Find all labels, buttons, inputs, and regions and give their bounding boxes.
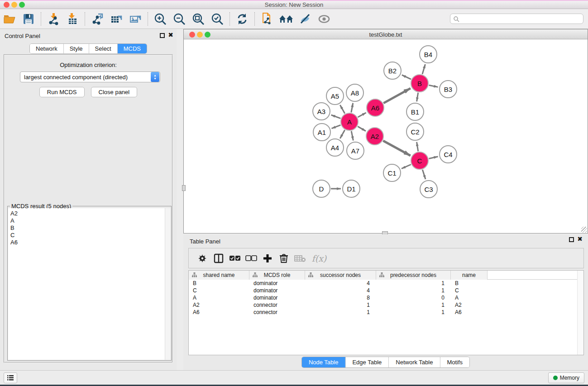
column-header-predecessor-nodes[interactable]: predecessor nodes [376, 271, 451, 280]
result-list-item[interactable]: A [10, 217, 165, 224]
tab-network-table[interactable]: Network Table [388, 357, 440, 367]
table-scrollbar[interactable] [577, 271, 583, 355]
zoom-fit-icon[interactable] [189, 11, 207, 27]
network-node-B2[interactable]: B2 [383, 62, 402, 80]
network-node-D1[interactable]: D1 [342, 180, 360, 198]
edge-A-A7[interactable] [351, 131, 353, 141]
network-node-D[interactable]: D [312, 180, 330, 198]
tab-style[interactable]: Style [63, 44, 89, 53]
mcds-result-list[interactable]: A2ABCA6 [8, 208, 165, 360]
network-node-B[interactable]: B [411, 74, 429, 92]
column-header-name[interactable]: name [451, 271, 488, 280]
edge-A-A6[interactable] [358, 113, 366, 117]
column-header-successor-nodes[interactable]: successor nodes [305, 271, 376, 280]
zoom-selected-icon[interactable] [208, 11, 226, 27]
close-panel-icon[interactable]: ✖ [168, 31, 173, 38]
edge-C-C1[interactable] [402, 164, 411, 168]
result-list-item[interactable]: C [10, 232, 165, 239]
tab-select[interactable]: Select [89, 44, 117, 53]
tab-motifs[interactable]: Motifs [440, 357, 469, 367]
table-row[interactable]: Adominator80A [189, 294, 583, 301]
search-input[interactable] [459, 16, 583, 22]
network-canvas[interactable]: AA1A2A3A4A5A6A7A8BB1B2B3B4CC1C2C3C4DD1 [184, 39, 588, 233]
network-node-A7[interactable]: A7 [346, 142, 364, 160]
float-panel-icon[interactable] [160, 33, 165, 38]
zoom-out-icon[interactable] [170, 11, 188, 27]
refresh-icon[interactable] [233, 11, 251, 27]
result-list-item[interactable]: A6 [10, 239, 165, 246]
close-panel-button[interactable]: Close panel [91, 87, 138, 97]
network-node-A3[interactable]: A3 [312, 102, 330, 120]
criterion-select[interactable]: largest connected component (directed) ▲… [20, 71, 160, 82]
tab-edge-table[interactable]: Edge Table [345, 357, 388, 367]
result-list-item[interactable]: A2 [10, 210, 165, 217]
edge-A-A1[interactable] [332, 125, 341, 128]
edge-A6-B[interactable] [383, 88, 410, 103]
memory-button[interactable]: Memory [548, 372, 584, 383]
column-header-shared-name[interactable]: shared name [189, 271, 249, 280]
deselect-all-icon[interactable] [243, 252, 259, 265]
show-graphics-icon[interactable] [315, 11, 333, 27]
table-row[interactable]: Cdominator41C [189, 287, 583, 294]
tab-node-table[interactable]: Node Table [302, 357, 345, 367]
tab-mcds[interactable]: MCDS [117, 44, 147, 53]
edge-A-A8[interactable] [351, 103, 353, 113]
select-all-icon[interactable] [227, 252, 243, 265]
show-tasks-button[interactable] [4, 372, 17, 383]
network-node-C3[interactable]: C3 [420, 180, 438, 198]
network-node-B1[interactable]: B1 [406, 103, 424, 121]
edge-B-B1[interactable] [417, 93, 418, 102]
column-browser-icon[interactable] [210, 252, 227, 265]
column-header-MCDS-role[interactable]: MCDS role [249, 271, 305, 280]
edge-A-A3[interactable] [331, 115, 341, 119]
import-table-icon[interactable] [63, 11, 81, 27]
edge-A-A2[interactable] [358, 126, 366, 131]
edge-B-B2[interactable] [402, 75, 411, 79]
hide-graphics-icon[interactable] [296, 11, 314, 27]
export-table-icon[interactable] [107, 11, 125, 27]
import-network-icon[interactable] [44, 11, 62, 27]
tab-network[interactable]: Network [30, 44, 63, 53]
window-resize-grip[interactable] [581, 227, 587, 233]
open-session-icon[interactable] [0, 11, 19, 27]
table-row[interactable]: A6connector11A6 [189, 309, 583, 316]
add-column-icon[interactable] [259, 252, 276, 265]
float-table-panel-icon[interactable] [569, 237, 574, 242]
edge-C-C4[interactable] [429, 157, 438, 158]
delete-table-icon[interactable] [292, 252, 308, 265]
edge-C-C2[interactable] [417, 142, 418, 152]
delete-icon[interactable] [276, 252, 292, 265]
search-field[interactable] [450, 14, 583, 24]
export-image-icon[interactable] [126, 11, 144, 27]
network-node-A1[interactable]: A1 [313, 123, 331, 141]
vertical-scroll-thumb[interactable] [182, 185, 186, 191]
network-from-file-icon[interactable] [258, 11, 276, 27]
network-node-A[interactable]: A [340, 113, 359, 131]
edge-B-B3[interactable] [429, 85, 438, 87]
close-table-panel-icon[interactable]: ✖ [577, 235, 583, 243]
zoom-in-icon[interactable] [151, 11, 169, 27]
save-session-icon[interactable] [19, 11, 38, 27]
network-node-A2[interactable]: A2 [366, 127, 384, 145]
network-node-A6[interactable]: A6 [366, 99, 384, 117]
edge-A2-C[interactable] [383, 141, 410, 156]
table-row[interactable]: Bdominator41B [189, 280, 583, 287]
network-node-B3[interactable]: B3 [439, 80, 457, 98]
settings-gear-icon[interactable] [194, 252, 210, 265]
home-icon[interactable] [277, 11, 295, 27]
result-list-item[interactable]: B [10, 224, 165, 232]
network-node-C4[interactable]: C4 [439, 145, 457, 163]
network-node-A4[interactable]: A4 [326, 138, 344, 157]
edge-C-C3[interactable] [422, 170, 425, 179]
edge-A-A4[interactable] [340, 130, 344, 138]
function-builder-icon[interactable]: f(x) [308, 252, 330, 265]
network-node-A5[interactable]: A5 [326, 87, 344, 105]
network-node-A8[interactable]: A8 [346, 84, 364, 102]
network-node-B4[interactable]: B4 [419, 45, 437, 63]
run-mcds-button[interactable]: Run MCDS [39, 87, 85, 97]
export-network-icon[interactable] [88, 11, 106, 27]
network-node-C1[interactable]: C1 [383, 164, 401, 182]
network-node-C[interactable]: C [411, 152, 429, 170]
network-node-C2[interactable]: C2 [406, 123, 424, 141]
table-row[interactable]: A2connector11A2 [189, 301, 583, 309]
